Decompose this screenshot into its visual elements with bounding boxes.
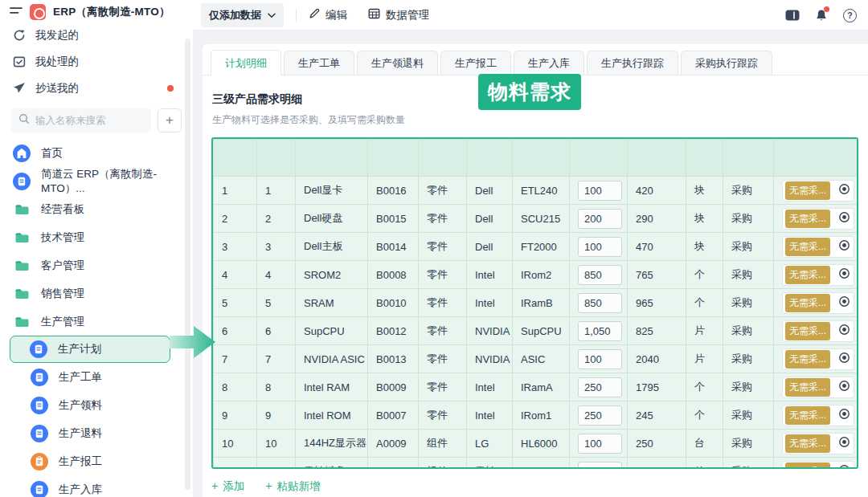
cell-seq: 2 [257,205,296,233]
add-app-button[interactable] [158,108,182,132]
sidebar-nav-item-selected[interactable]: 生产计划 [10,336,170,363]
tab[interactable]: 生产执行跟踪 [587,51,678,75]
data-manage-label: 数据管理 [386,8,429,22]
tab[interactable]: 生产报工 [440,51,511,75]
sidebar-nav-item[interactable]: 技术管理 [0,223,193,251]
purchase-value-badge[interactable]: 无需采... [785,462,830,470]
data-table-icon [368,8,380,22]
cell-seq: 8 [257,373,296,401]
table-column-header [723,140,774,177]
add-data-dropdown-button[interactable]: 仅添加数据 [201,3,284,27]
radio-icon[interactable] [838,211,850,226]
radio-icon[interactable] [838,239,850,254]
table-row: 1 1 Dell显卡 B0016 零件 Dell ETL240 420 块 采购… [214,177,858,205]
tab[interactable]: 生产入库 [514,51,584,75]
purchase-value-badge[interactable]: 无需采... [785,322,830,340]
sidebar-nav-item[interactable]: 销售管理 [0,279,193,308]
help-icon[interactable]: ? [843,9,857,22]
sidebar-nav-item[interactable]: 生产报工 [0,447,193,475]
purchase-value-badge[interactable]: 无需采... [785,238,830,256]
edit-button[interactable]: 编辑 [309,8,347,22]
sidebar-top-item[interactable]: 我发起的 [0,22,193,48]
radio-icon[interactable] [838,380,850,394]
purchase-select[interactable]: 无需采... [782,292,854,314]
demand-quantity-input[interactable] [578,349,622,369]
add-row-button[interactable]: 添加 [211,479,244,494]
demand-quantity-input[interactable] [578,237,622,257]
sidebar-nav-item[interactable]: 首页 [0,139,193,167]
sidebar-nav-item[interactable]: 生产退料 [0,419,193,447]
sidebar-nav-item[interactable]: 生产入库 [0,475,193,497]
panel-toggle-icon[interactable] [785,10,800,21]
radio-icon[interactable] [838,436,850,450]
sidebar-nav-item[interactable]: 生产管理 [0,308,193,336]
paste-add-button[interactable]: 粘贴新增 [265,479,320,494]
purchase-select[interactable]: 无需采... [782,405,854,426]
notification-bell-icon[interactable] [815,9,828,22]
purchase-value-badge[interactable]: 无需采... [785,350,830,369]
purchase-select[interactable]: 无需采... [782,377,854,398]
table-row: 3 3 Dell主板 B0014 零件 Dell FT2000 470 块 采购… [214,233,858,261]
sidebar-nav-item[interactable]: 生产领料 [0,391,193,419]
tab[interactable]: 采购执行跟踪 [681,51,772,75]
purchase-value-badge[interactable]: 无需采... [785,294,830,312]
sidebar-scrollbar[interactable] [185,39,190,490]
purchase-select[interactable]: 无需采... [782,208,854,230]
search-box[interactable] [11,108,151,132]
search-input[interactable] [35,115,132,126]
sidebar-nav-item[interactable]: 经营看板 [0,195,193,223]
demand-quantity-input[interactable] [578,181,622,201]
tab[interactable]: 生产领退料 [357,51,438,75]
demand-quantity-input[interactable] [578,265,622,285]
cell-demand [570,458,628,470]
demand-quantity-input[interactable] [578,377,622,397]
sidebar-top-item[interactable]: 我处理的 [0,48,193,75]
purchase-value-badge[interactable]: 无需采... [785,434,830,453]
cell-model: IRamB [513,289,570,317]
radio-icon[interactable] [838,408,850,422]
cell-need-purchase: 无需采... [774,373,858,401]
sidebar-nav-item[interactable]: 简道云 ERP（离散制造-MTO）... [0,167,193,195]
tab[interactable]: 计划明细 [211,50,281,75]
demand-quantity-input[interactable] [578,209,622,229]
demand-quantity-input[interactable] [578,462,622,470]
section-subtitle: 生产物料可选择是否采购、及填写需采购数量 [212,113,868,127]
purchase-value-badge[interactable]: 无需采... [785,406,830,425]
purchase-select[interactable]: 无需采... [782,320,854,342]
cell-product-code: A0021 [368,458,419,470]
radio-icon[interactable] [838,183,850,198]
sidebar-nav-item[interactable]: 客户管理 [0,251,193,279]
radio-icon[interactable] [838,295,850,310]
purchase-value-badge[interactable]: 无需采... [785,266,830,284]
radio-icon[interactable] [838,267,850,282]
purchase-select[interactable]: 无需采... [782,236,854,258]
cell-brand: Dell [467,233,513,261]
sidebar-top-item[interactable]: 抄送我的 [0,75,193,101]
purchase-select[interactable]: 无需采... [782,433,854,454]
table-row: 2 2 Dell硬盘 B0015 零件 Dell SCU215 290 块 采购… [214,205,858,233]
purchase-select[interactable]: 无需采... [782,461,854,470]
hamburger-menu-icon[interactable] [10,5,23,19]
cell-model: IRamA [513,373,570,401]
purchase-value-badge[interactable]: 无需采... [785,181,830,200]
purchase-value-badge[interactable]: 无需采... [785,378,830,397]
demand-quantity-input[interactable] [578,293,622,313]
tab[interactable]: 生产工单 [284,51,354,75]
radio-icon[interactable] [838,324,850,338]
home-icon [12,144,31,163]
purchase-select[interactable]: 无需采... [782,264,854,286]
demand-quantity-input[interactable] [578,405,622,426]
cell-acquire-method: 采购 [723,458,774,470]
demand-quantity-input[interactable] [578,434,622,454]
demand-quantity-input[interactable] [578,321,622,341]
radio-icon[interactable] [838,464,850,469]
cell-brand: Intel [467,373,513,401]
sidebar-nav-item[interactable]: 生产工单 [0,363,193,391]
purchase-select[interactable]: 无需采... [782,348,854,370]
table-row: 9 9 Intel ROM B0007 零件 Intel IRom1 245 个… [214,401,858,430]
purchase-value-badge[interactable]: 无需采... [785,210,830,228]
purchase-select[interactable]: 无需采... [782,180,854,202]
cell-product-code: B0012 [368,317,419,345]
radio-icon[interactable] [838,352,850,366]
data-manage-button[interactable]: 数据管理 [368,8,429,22]
